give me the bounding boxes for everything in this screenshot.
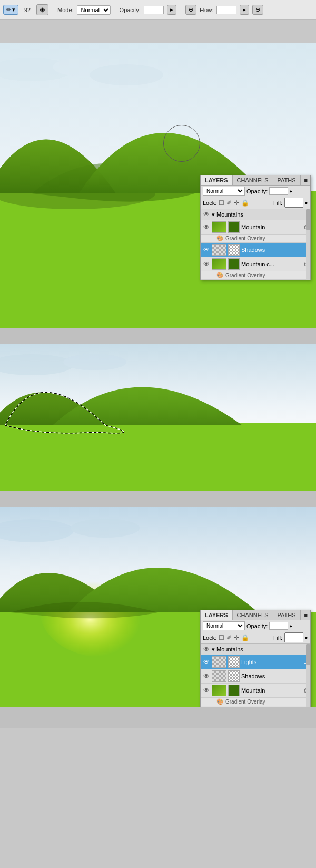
scrollbar-1[interactable] [306,209,310,280]
mask-lights-2 [228,656,240,668]
brush-size-value: 92 [22,7,33,13]
opacity-label-1: Opacity: [246,188,268,194]
fill-input-1[interactable]: 100% [284,198,303,208]
eye-mountainc-1[interactable]: 👁 [203,260,210,268]
opacity-label: Opacity: [120,7,141,13]
eye-lights-2[interactable]: 👁 [203,658,210,666]
fill-arrow-1[interactable]: ▸ [305,200,308,206]
fill-label-1: Fill: [273,200,282,206]
canvas-panel-1: LAYERS CHANNELS PATHS ≡ Normal Opacity: … [0,43,316,328]
eye-shadows-1[interactable]: 👁 [203,246,210,253]
panel-tabs-1: LAYERS CHANNELS PATHS ≡ [201,175,310,186]
opacity-input[interactable]: 25% [144,6,164,14]
mask-green-2 [229,259,239,269]
tab-layers-1[interactable]: LAYERS [201,175,233,185]
tab-channels-1[interactable]: CHANNELS [233,175,273,185]
layer-list-1: 👁 ▾ Mountains 👁 Mountain fx 🎨 Gradient O… [201,209,310,280]
group-mountains-1[interactable]: 👁 ▾ Mountains [201,209,310,220]
brush-options-button[interactable]: ⊕ [36,4,48,15]
effect-name-mountain-2: Gradient Overlay [225,699,265,705]
tab-paths-1[interactable]: PATHS [273,175,301,185]
flow-arrow[interactable]: ▸ [240,5,249,15]
group-mountains-2[interactable]: 👁 ▾ Mountains [201,644,310,655]
tab-layers-2[interactable]: LAYERS [201,610,233,620]
thumb-mountainc-1 [212,258,226,270]
mask-checker-lights [229,657,239,667]
lock-move-icon[interactable]: ✛ [234,199,239,207]
opacity-arrow-1[interactable]: ▸ [290,188,292,194]
eye-shadows-2[interactable]: 👁 [203,672,210,680]
layer-mountain-1[interactable]: 👁 Mountain fx [201,220,310,235]
layer-shadows2-2[interactable]: 👁 Shadows [201,706,310,707]
thumb-checker-shadows2 [212,671,226,681]
scrollbar-2[interactable] [306,644,310,707]
thumb-mountain-2 [212,685,226,696]
lock-brush-icon[interactable]: ✐ [226,199,232,207]
effect-name-mountain-1: Gradient Overlay [225,236,265,241]
eye-mountains-1[interactable]: 👁 [203,211,210,218]
mask-mountainc-1 [228,258,240,270]
mode-select[interactable]: Normal [77,5,111,15]
tab-paths-2[interactable]: PATHS [273,610,301,620]
layer-name-shadows-1: Shadows [241,247,308,253]
eye-mountains-2[interactable]: 👁 [203,646,210,653]
fx-icon-mountain-1: 🎨 [216,235,224,242]
tab-channels-2[interactable]: CHANNELS [233,610,273,620]
layer-mountainc-1[interactable]: 👁 Mountain c... fx [201,257,310,271]
layers-panel-1: LAYERS CHANNELS PATHS ≡ Normal Opacity: … [200,175,311,280]
thumb-green-3 [212,685,226,696]
mask-checker-shadow2 [229,671,239,681]
panel-menu-1[interactable]: ≡ [302,175,310,185]
lock-icon-2[interactable]: ☐ [219,634,224,641]
lock-brush-icon-2[interactable]: ✐ [226,634,232,641]
eye-mountain-1[interactable]: 👁 [203,223,210,231]
canvas-panel-2 [0,344,316,491]
mountains-svg-2 [0,344,316,491]
airbrush-button[interactable]: ⊕ [185,5,196,15]
thumb-shadows-1 [212,244,226,256]
separator-gray-1 [0,328,316,344]
lock-label-1: Lock: [203,200,216,206]
lock-all-icon-2[interactable]: 🔒 [241,634,249,641]
layer-mountain-2[interactable]: 👁 Mountain fx [201,684,310,698]
layer-list-2: 👁 ▾ Mountains 👁 Lights ≡ 👁 Shadows [201,644,310,707]
lock-row-2: Lock: ☐ ✐ ✛ 🔒 Fill: 100% ▸ [201,631,310,644]
folder-icon-2: ▾ [212,646,215,653]
mask-checker-shadow [229,245,239,255]
fill-arrow-2[interactable]: ▸ [305,635,308,640]
layer-name-mountainc-1: Mountain c... [241,261,302,267]
lock-icon-1[interactable]: ☐ [219,199,224,207]
canvas-panel-3: LAYERS CHANNELS PATHS ≡ Normal Opacity: … [0,507,316,707]
eye-mountain-2[interactable]: 👁 [203,687,210,694]
thumb-mountain-1 [212,221,226,233]
scrollbar-thumb-1[interactable] [306,209,310,230]
layer-lights-2[interactable]: 👁 Lights ≡ [201,655,310,669]
separator3 [181,5,181,15]
lock-move-icon-2[interactable]: ✛ [234,634,239,641]
effects-mountain-2: 🎨 Gradient Overlay [201,698,310,706]
lock-all-icon[interactable]: 🔒 [241,199,249,207]
thumb-green-1 [212,222,226,232]
thumb-checker-1 [212,245,226,255]
effects-mountainc-1: 🎨 Gradient Overlay [201,271,310,280]
layers-panel-2: LAYERS CHANNELS PATHS ≡ Normal Opacity: … [200,610,311,707]
opacity-input-2[interactable]: 100% [269,622,288,630]
opacity-input-1[interactable]: 100% [269,187,288,195]
panel-menu-2[interactable]: ≡ [302,610,310,620]
flow-label: Flow: [200,7,213,13]
layer-shadows-2[interactable]: 👁 Shadows [201,669,310,684]
flow-input[interactable]: 25% [216,6,236,14]
blend-mode-select-2[interactable]: Normal [203,621,245,630]
opacity-arrow-2[interactable]: ▸ [290,623,292,629]
layer-shadows-1[interactable]: 👁 Shadows [201,243,310,257]
mask-green-3 [229,685,239,696]
folder-icon-1: ▾ [212,211,215,218]
fx-icon-mountain-2: 🎨 [216,698,224,705]
fill-input-2[interactable]: 100% [284,632,303,642]
scrollbar-thumb-2[interactable] [306,644,310,665]
brush-tool-button[interactable]: ✏ ▾ [3,5,18,15]
opacity-arrow[interactable]: ▸ [167,5,176,15]
blend-row-1: Normal Opacity: 100% ▸ [201,186,310,197]
extra-button[interactable]: ⊕ [252,5,263,15]
blend-mode-select-1[interactable]: Normal [203,187,245,196]
